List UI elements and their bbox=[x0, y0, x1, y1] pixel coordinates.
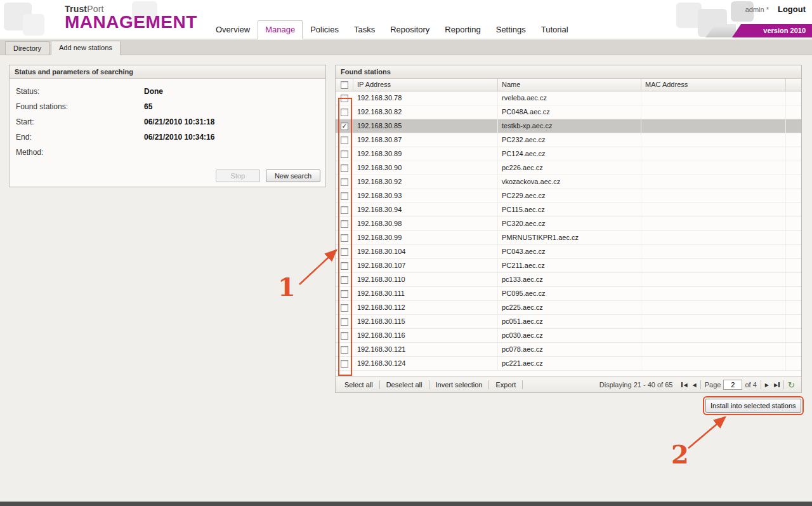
ip-cell: 192.168.30.89 bbox=[353, 147, 498, 161]
mac-cell bbox=[641, 203, 786, 216]
row-checkbox[interactable] bbox=[341, 178, 348, 186]
pagination-last-icon[interactable]: ▶ bbox=[771, 381, 782, 389]
row-checkbox[interactable] bbox=[341, 332, 348, 340]
nav-tab-tutorial[interactable]: Tutorial bbox=[534, 20, 576, 39]
row-checkbox[interactable] bbox=[341, 304, 348, 312]
table-row[interactable]: 192.168.30.90pc226.aec.cz bbox=[336, 161, 801, 175]
row-checkbox[interactable] bbox=[341, 248, 348, 256]
pagination-next-glyph: ▶ bbox=[765, 382, 769, 388]
row-checkbox[interactable] bbox=[341, 136, 348, 144]
nav-tab-tasks[interactable]: Tasks bbox=[346, 20, 383, 39]
row-checkbox[interactable] bbox=[341, 206, 348, 214]
pagination-first-glyph: ◀ bbox=[683, 382, 687, 388]
table-row[interactable]: 192.168.30.116pc030.aec.cz bbox=[336, 329, 801, 343]
mac-cell bbox=[641, 231, 786, 244]
name-cell: PC095.aec.cz bbox=[498, 287, 641, 300]
field-label-status-: Status: bbox=[16, 87, 144, 96]
table-row[interactable]: 192.168.30.110pc133.aec.cz bbox=[336, 273, 801, 287]
field-label-end-: End: bbox=[16, 133, 144, 142]
row-checkbox[interactable] bbox=[341, 234, 348, 242]
table-row[interactable]: 192.168.30.89PC124.aec.cz bbox=[336, 147, 801, 161]
pagination-first-icon[interactable]: ◀ bbox=[679, 381, 690, 389]
row-checkbox[interactable] bbox=[341, 276, 348, 284]
mac-cell bbox=[641, 175, 786, 189]
row-checkbox[interactable] bbox=[341, 360, 348, 368]
trustport-management-window: TrustPort MANAGEMENT OverviewManagePolic… bbox=[0, 0, 812, 506]
row-checkbox[interactable] bbox=[341, 346, 348, 354]
table-row[interactable]: 192.168.30.82PC048A.aec.cz bbox=[336, 105, 801, 119]
table-row[interactable]: 192.168.30.121pc078.aec.cz bbox=[336, 343, 801, 357]
refresh-icon[interactable]: ↻ bbox=[785, 380, 797, 390]
install-into-selected-stations-button[interactable]: Install into selected stations bbox=[705, 399, 801, 413]
toolbar-action-export[interactable]: Export bbox=[490, 381, 521, 389]
annotation-number-2: 2 bbox=[671, 439, 689, 469]
table-row[interactable]: 192.168.30.111PC095.aec.cz bbox=[336, 287, 801, 301]
checkbox-cell: ✓ bbox=[336, 119, 353, 133]
logout-button[interactable]: Logout bbox=[778, 4, 806, 14]
filler-cell bbox=[786, 161, 801, 175]
nav-tab-policies[interactable]: Policies bbox=[303, 20, 346, 39]
table-row[interactable]: 192.168.30.93PC229.aec.cz bbox=[336, 189, 801, 203]
row-checkbox[interactable] bbox=[341, 95, 348, 102]
nav-tab-reporting[interactable]: Reporting bbox=[437, 20, 488, 39]
toolbar-action-select-all[interactable]: Select all bbox=[339, 381, 378, 389]
row-checkbox[interactable] bbox=[341, 220, 348, 228]
page-of-label: of 4 bbox=[745, 381, 756, 389]
table-row[interactable]: 192.168.30.87PC232.aec.cz bbox=[336, 133, 801, 147]
column-header-ip-address[interactable]: IP Address bbox=[353, 79, 498, 91]
table-row[interactable]: 192.168.30.115pc051.aec.cz bbox=[336, 315, 801, 329]
nav-tab-overview[interactable]: Overview bbox=[208, 20, 258, 39]
filler-cell bbox=[786, 105, 801, 119]
subtab-bar: DirectoryAdd new stations bbox=[0, 40, 812, 55]
checkbox-cell bbox=[336, 301, 353, 314]
table-row[interactable]: 192.168.30.94PC115.aec.cz bbox=[336, 203, 801, 217]
page-number-input[interactable] bbox=[723, 380, 742, 390]
select-all-checkbox[interactable] bbox=[341, 81, 348, 89]
table-row[interactable]: 192.168.30.112pc225.aec.cz bbox=[336, 301, 801, 315]
name-cell: PC229.aec.cz bbox=[498, 189, 641, 203]
column-header-mac-address[interactable]: MAC Address bbox=[641, 79, 786, 91]
select-all-header-cell bbox=[336, 79, 353, 91]
toolbar-action-deselect-all[interactable]: Deselect all bbox=[381, 381, 428, 389]
nav-tab-repository[interactable]: Repository bbox=[383, 20, 437, 39]
toolbar-separator bbox=[783, 380, 784, 389]
table-row[interactable]: 192.168.30.99PMRNUSTIKPR1.aec.cz bbox=[336, 231, 801, 245]
subtab-directory[interactable]: Directory bbox=[5, 41, 49, 55]
new-search-button[interactable]: New search bbox=[266, 170, 320, 182]
mac-cell bbox=[641, 91, 786, 105]
row-checkbox[interactable] bbox=[341, 262, 348, 270]
table-row[interactable]: 192.168.30.107PC211.aec.cz bbox=[336, 259, 801, 273]
table-row[interactable]: 192.168.30.92vkozackova.aec.cz bbox=[336, 175, 801, 189]
pagination-prev-icon[interactable]: ◀ bbox=[690, 381, 699, 389]
row-checkbox[interactable] bbox=[341, 318, 348, 326]
toolbar-separator bbox=[700, 380, 701, 389]
table-row[interactable]: 192.168.30.124pc221.aec.cz bbox=[336, 357, 801, 371]
nav-tab-settings[interactable]: Settings bbox=[488, 20, 534, 39]
pagination-bar bbox=[681, 382, 683, 387]
table-row[interactable]: 192.168.30.104PC043.aec.cz bbox=[336, 245, 801, 259]
search-panel-title: Status and parameters of searching bbox=[10, 65, 325, 79]
table-row[interactable]: 192.168.30.98PC320.aec.cz bbox=[336, 217, 801, 231]
stop-button[interactable]: Stop bbox=[216, 170, 260, 182]
row-checkbox[interactable] bbox=[341, 109, 348, 116]
subtab-add-new-stations[interactable]: Add new stations bbox=[51, 41, 121, 55]
toolbar-action-invert-selection[interactable]: Invert selection bbox=[431, 381, 488, 389]
column-header-name[interactable]: Name bbox=[498, 79, 641, 91]
row-checkbox[interactable] bbox=[341, 290, 348, 298]
pagination-next-icon[interactable]: ▶ bbox=[763, 381, 771, 389]
row-checkbox[interactable] bbox=[341, 150, 348, 158]
pagination-last-glyph: ▶ bbox=[774, 382, 778, 388]
nav-tab-manage[interactable]: Manage bbox=[258, 20, 303, 39]
user-area: admin * Logout bbox=[745, 4, 806, 14]
name-cell: PC048A.aec.cz bbox=[498, 105, 641, 119]
name-cell: pc133.aec.cz bbox=[498, 273, 641, 286]
trustport-logo: TrustPort MANAGEMENT bbox=[65, 4, 197, 31]
row-checkbox[interactable] bbox=[341, 164, 348, 172]
mac-cell bbox=[641, 301, 786, 314]
name-cell: pc225.aec.cz bbox=[498, 301, 641, 314]
table-row[interactable]: 192.168.30.78rveleba.aec.cz bbox=[336, 91, 801, 105]
filler-cell bbox=[786, 231, 801, 244]
row-checkbox[interactable]: ✓ bbox=[341, 123, 348, 130]
row-checkbox[interactable] bbox=[341, 192, 348, 200]
table-row[interactable]: ✓192.168.30.85testkb-xp.aec.cz bbox=[336, 119, 801, 133]
